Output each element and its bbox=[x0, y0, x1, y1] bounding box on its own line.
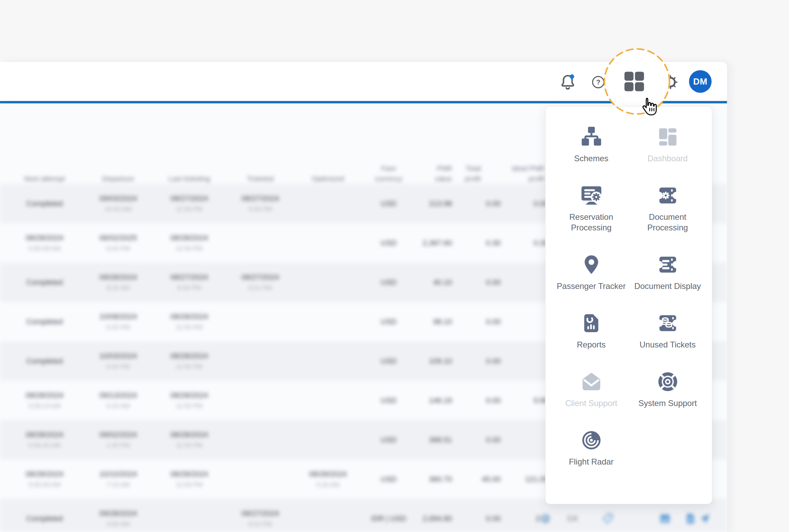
menu-item-label: Passenger Tracker bbox=[557, 281, 626, 291]
cell-pnr-value: 213.98 bbox=[404, 184, 452, 223]
cell-departure: 06/02/20256:00 PM bbox=[86, 223, 151, 263]
menu-item-label: Reservation Processing bbox=[555, 212, 628, 233]
cell-ideal-pnr-profit: 121.05 bbox=[503, 459, 548, 499]
cell-total-profit: 45.00 bbox=[455, 459, 505, 499]
monitor-gear-icon bbox=[580, 183, 603, 207]
col-header-total-profit[interactable]: Total profit bbox=[450, 148, 481, 188]
cell-ideal-pnr-profit bbox=[503, 263, 548, 302]
cell-total-profit: 0.00 bbox=[455, 302, 505, 341]
cell-optimized bbox=[293, 302, 363, 341]
menu-item-unused-tickets[interactable]: Unused Tickets bbox=[631, 311, 704, 350]
cell-next-attempt: Completed bbox=[14, 263, 75, 302]
cell-pnr-value: 98.10 bbox=[404, 302, 452, 341]
menu-item-client-support[interactable]: Client Support bbox=[555, 370, 628, 408]
ticket-coins-icon bbox=[656, 311, 679, 335]
col-header-last-ticketing[interactable]: Last ticketing bbox=[156, 148, 223, 188]
cell-last-ticketing: 08/28/202411:59 PM bbox=[156, 381, 223, 420]
cell-next-attempt: 08/28/20245:56:39 AM bbox=[14, 459, 75, 499]
user-avatar[interactable]: DM bbox=[689, 70, 712, 93]
cell-ideal-pnr-profit bbox=[503, 420, 548, 459]
cell-pnr-value: 40.10 bbox=[404, 263, 452, 302]
cell-last-ticketing: 08/28/202411:59 PM bbox=[156, 341, 223, 381]
cell-ticketed bbox=[226, 302, 295, 341]
cell-next-attempt: 08/28/20245:55:48 AM bbox=[14, 223, 75, 263]
col-header-pnr-value[interactable]: PNR value bbox=[421, 148, 452, 188]
cell-pnr-value: 109.10 bbox=[404, 341, 452, 381]
notifications-bell-button[interactable] bbox=[559, 73, 577, 91]
cell-optimized: 08/28/20245:26 AM bbox=[293, 459, 363, 499]
cell-last-ticketing: 08/28/202411:59 PM bbox=[156, 420, 223, 459]
col-header-fare-currency[interactable]: Fare currency bbox=[370, 148, 408, 188]
menu-item-reservation-processing[interactable]: Reservation Processing bbox=[555, 183, 628, 233]
cell-ticketed: 08/27/20249:26 PM bbox=[226, 184, 295, 223]
menu-item-label: Dashboard bbox=[648, 153, 688, 164]
cell-departure: 09/02/20241:45 PM bbox=[86, 420, 151, 459]
cell-total-profit: 0.00 bbox=[455, 263, 505, 302]
cell-departure: 09/13/20246:20 AM bbox=[86, 381, 151, 420]
cell-ticketed bbox=[226, 223, 295, 263]
cell-pnr-value: 146.19 bbox=[404, 381, 452, 420]
cell-last-ticketing: 08/28/202411:59 PM bbox=[156, 223, 223, 263]
highlight-dashed-ring bbox=[600, 45, 674, 118]
cell-next-attempt: 08/28/20245:56:19 AM bbox=[14, 381, 75, 420]
col-header-optimized[interactable]: Optimized bbox=[293, 148, 363, 188]
sitemap-icon bbox=[580, 125, 603, 149]
cell-total-profit: 0.00 bbox=[455, 420, 505, 459]
cell-departure: 10/08/20246:25 PM bbox=[86, 302, 151, 341]
menu-item-reports[interactable]: Reports bbox=[555, 311, 628, 350]
cell-ticketed bbox=[226, 341, 295, 381]
cell-pnr-value: 368.51 bbox=[404, 420, 452, 459]
map-pin-icon bbox=[580, 253, 602, 277]
envelope-icon bbox=[580, 370, 603, 394]
cell-next-attempt: 08/28/20245:56:25 AM bbox=[14, 420, 75, 459]
cell-ticketed: 08/27/20248:21 PM bbox=[226, 263, 295, 302]
menu-item-dashboard[interactable]: Dashboard bbox=[631, 125, 704, 164]
cell-last-ticketing: 08/27/202411:59 PM bbox=[156, 184, 223, 223]
col-header-departure[interactable]: Departure bbox=[86, 148, 151, 188]
radar-icon bbox=[580, 428, 602, 452]
report-chart-icon bbox=[581, 311, 602, 335]
cell-total-profit: 0.00 bbox=[455, 184, 505, 223]
cell-ticketed bbox=[226, 459, 295, 499]
dashboard-icon bbox=[656, 125, 679, 149]
ticket-lines-icon bbox=[656, 253, 679, 277]
cell-ticketed bbox=[226, 381, 295, 420]
col-header-next-attempt[interactable]: Next attempt bbox=[14, 148, 75, 188]
menu-item-document-display[interactable]: Document Display bbox=[631, 253, 704, 291]
cell-last-ticketing: 08/28/202411:59 PM bbox=[156, 459, 223, 499]
cell-ideal-pnr-profit bbox=[503, 341, 548, 381]
hand-cursor-icon bbox=[641, 97, 659, 118]
svg-text:?: ? bbox=[596, 78, 600, 86]
menu-item-label: Schemes bbox=[574, 153, 608, 164]
cell-ideal-pnr-profit: 9.90 bbox=[503, 381, 548, 420]
cell-optimized bbox=[293, 263, 363, 302]
cell-total-profit: 0.00 bbox=[455, 381, 505, 420]
cell-optimized bbox=[293, 420, 363, 459]
cell-departure: 10/03/20246:30 PM bbox=[86, 341, 151, 381]
ticket-gear-icon bbox=[656, 183, 679, 207]
cell-total-profit: 0.00 bbox=[455, 341, 505, 381]
menu-item-system-support[interactable]: System Support bbox=[631, 370, 704, 408]
app-window: Next attempt Departure Last ticketing Ti… bbox=[0, 0, 789, 532]
cell-optimized bbox=[293, 381, 363, 420]
col-header-ideal-pnr-profit[interactable]: Ideal PNR profit bbox=[500, 148, 544, 188]
cell-pnr-value: 2,367.60 bbox=[404, 223, 452, 263]
col-header-ticketed[interactable]: Ticketed bbox=[226, 148, 295, 188]
app-launcher-menu: Schemes Dashboard bbox=[545, 106, 712, 504]
menu-item-passenger-tracker[interactable]: Passenger Tracker bbox=[555, 253, 628, 291]
menu-item-label: Flight Radar bbox=[569, 456, 614, 467]
cell-next-attempt: Completed bbox=[14, 184, 75, 223]
cell-ideal-pnr-profit bbox=[503, 302, 548, 341]
cell-departure: 09/03/202410:40 AM bbox=[86, 184, 151, 223]
menu-item-label: Document Processing bbox=[631, 212, 704, 233]
cell-departure: 09/28/20248:25 AM bbox=[86, 263, 151, 302]
menu-item-flight-radar[interactable]: Flight Radar bbox=[555, 428, 628, 467]
cell-total-profit: 0.30 bbox=[455, 223, 505, 263]
menu-item-document-processing[interactable]: Document Processing bbox=[631, 183, 704, 233]
menu-item-label: Document Display bbox=[634, 281, 701, 291]
menu-item-schemes[interactable]: Schemes bbox=[555, 125, 628, 164]
cell-ticketed bbox=[226, 420, 295, 459]
cell-departure: 10/10/20247:15 AM bbox=[86, 459, 151, 499]
cell-pnr-value: 360.70 bbox=[404, 459, 452, 499]
menu-item-label: Client Support bbox=[565, 398, 617, 408]
